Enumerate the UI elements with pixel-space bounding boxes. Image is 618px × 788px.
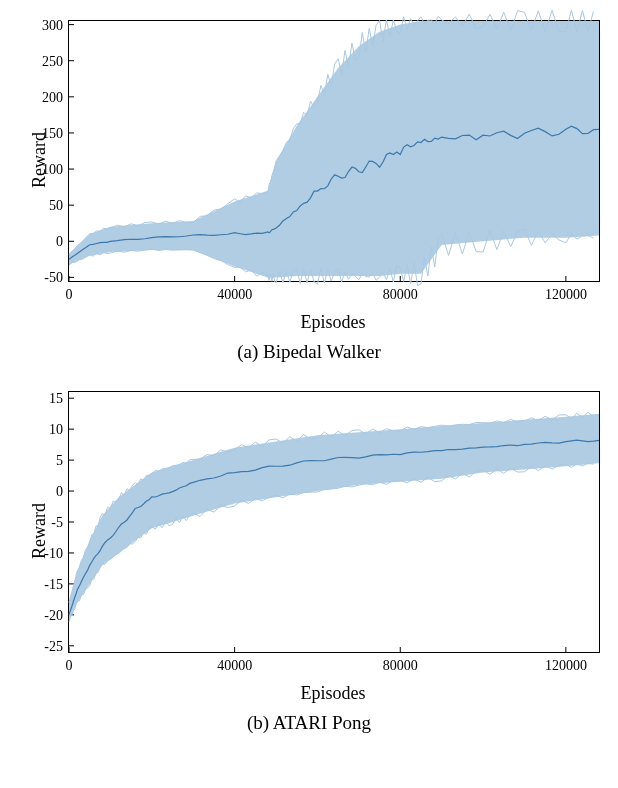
xlabel-a: Episodes [10,312,608,333]
svg-text:250: 250 [42,54,63,69]
svg-text:120000: 120000 [545,287,587,302]
svg-text:-25: -25 [44,639,63,654]
svg-text:80000: 80000 [383,658,418,673]
plot-b-box: Reward -25-20-15-10-50510150400008000012… [10,381,608,681]
svg-text:0: 0 [56,234,63,249]
xlabel-b: Episodes [10,683,608,704]
svg-text:0: 0 [66,658,73,673]
svg-text:40000: 40000 [217,658,252,673]
svg-marker-24 [69,21,599,277]
svg-text:300: 300 [42,18,63,33]
svg-text:15: 15 [49,391,63,406]
svg-text:120000: 120000 [545,658,587,673]
caption-a: (a) Bipedal Walker [10,341,608,363]
svg-text:80000: 80000 [383,287,418,302]
svg-text:10: 10 [49,422,63,437]
ylabel-b: Reward [29,503,50,559]
plot-b: -25-20-15-10-505101504000080000120000 [68,391,600,653]
svg-text:5: 5 [56,453,63,468]
svg-text:-50: -50 [44,270,63,285]
svg-text:-15: -15 [44,577,63,592]
figure-a: Reward -50050100150200250300040000800001… [10,10,608,363]
plot-a-box: Reward -50050100150200250300040000800001… [10,10,608,310]
svg-text:-5: -5 [51,515,63,530]
plot-a: -5005010015020025030004000080000120000 [68,20,600,282]
ylabel-a: Reward [29,132,50,188]
svg-text:0: 0 [66,287,73,302]
svg-text:40000: 40000 [217,287,252,302]
svg-text:-20: -20 [44,608,63,623]
svg-text:200: 200 [42,90,63,105]
caption-b: (b) ATARI Pong [10,712,608,734]
figure-b: Reward -25-20-15-10-50510150400008000012… [10,381,608,734]
svg-text:50: 50 [49,198,63,213]
svg-text:0: 0 [56,484,63,499]
